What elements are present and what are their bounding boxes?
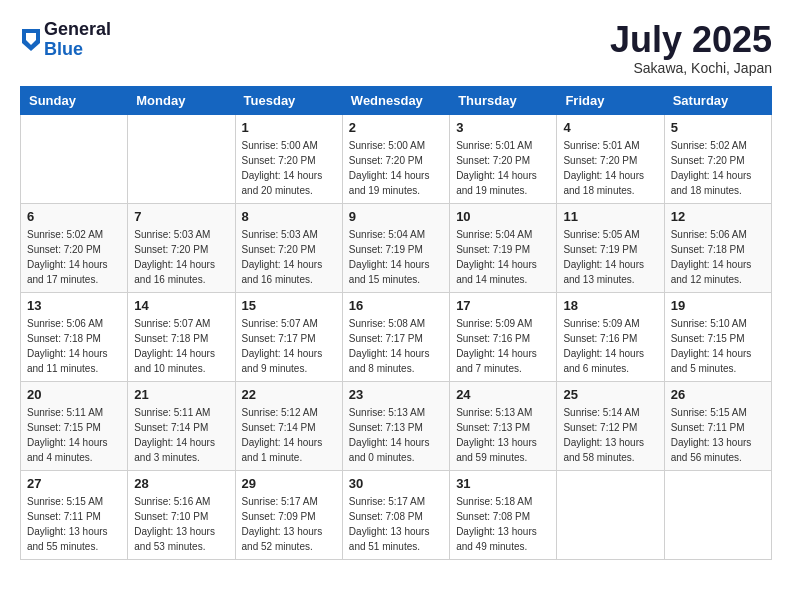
day-info: Sunrise: 5:02 AM Sunset: 7:20 PM Dayligh… bbox=[671, 138, 765, 198]
weekday-header: Saturday bbox=[664, 86, 771, 114]
calendar-cell bbox=[21, 114, 128, 203]
day-info: Sunrise: 5:09 AM Sunset: 7:16 PM Dayligh… bbox=[456, 316, 550, 376]
calendar-cell: 31Sunrise: 5:18 AM Sunset: 7:08 PM Dayli… bbox=[450, 470, 557, 559]
month-title: July 2025 bbox=[610, 20, 772, 60]
calendar-week-row: 13Sunrise: 5:06 AM Sunset: 7:18 PM Dayli… bbox=[21, 292, 772, 381]
day-number: 31 bbox=[456, 476, 550, 491]
logo-general: General bbox=[44, 20, 111, 40]
day-number: 27 bbox=[27, 476, 121, 491]
day-info: Sunrise: 5:08 AM Sunset: 7:17 PM Dayligh… bbox=[349, 316, 443, 376]
day-info: Sunrise: 5:00 AM Sunset: 7:20 PM Dayligh… bbox=[242, 138, 336, 198]
weekday-header: Tuesday bbox=[235, 86, 342, 114]
calendar-cell bbox=[557, 470, 664, 559]
day-number: 14 bbox=[134, 298, 228, 313]
day-number: 1 bbox=[242, 120, 336, 135]
title-area: July 2025 Sakawa, Kochi, Japan bbox=[610, 20, 772, 76]
day-info: Sunrise: 5:02 AM Sunset: 7:20 PM Dayligh… bbox=[27, 227, 121, 287]
day-number: 13 bbox=[27, 298, 121, 313]
day-number: 24 bbox=[456, 387, 550, 402]
day-info: Sunrise: 5:05 AM Sunset: 7:19 PM Dayligh… bbox=[563, 227, 657, 287]
day-number: 11 bbox=[563, 209, 657, 224]
day-number: 29 bbox=[242, 476, 336, 491]
calendar-cell: 18Sunrise: 5:09 AM Sunset: 7:16 PM Dayli… bbox=[557, 292, 664, 381]
calendar-cell: 7Sunrise: 5:03 AM Sunset: 7:20 PM Daylig… bbox=[128, 203, 235, 292]
day-number: 22 bbox=[242, 387, 336, 402]
day-info: Sunrise: 5:13 AM Sunset: 7:13 PM Dayligh… bbox=[456, 405, 550, 465]
calendar-week-row: 6Sunrise: 5:02 AM Sunset: 7:20 PM Daylig… bbox=[21, 203, 772, 292]
day-number: 12 bbox=[671, 209, 765, 224]
calendar-week-row: 1Sunrise: 5:00 AM Sunset: 7:20 PM Daylig… bbox=[21, 114, 772, 203]
day-number: 18 bbox=[563, 298, 657, 313]
calendar-cell: 17Sunrise: 5:09 AM Sunset: 7:16 PM Dayli… bbox=[450, 292, 557, 381]
day-info: Sunrise: 5:15 AM Sunset: 7:11 PM Dayligh… bbox=[27, 494, 121, 554]
calendar-cell: 11Sunrise: 5:05 AM Sunset: 7:19 PM Dayli… bbox=[557, 203, 664, 292]
calendar-cell: 25Sunrise: 5:14 AM Sunset: 7:12 PM Dayli… bbox=[557, 381, 664, 470]
day-number: 5 bbox=[671, 120, 765, 135]
day-number: 3 bbox=[456, 120, 550, 135]
day-info: Sunrise: 5:11 AM Sunset: 7:14 PM Dayligh… bbox=[134, 405, 228, 465]
day-info: Sunrise: 5:10 AM Sunset: 7:15 PM Dayligh… bbox=[671, 316, 765, 376]
day-info: Sunrise: 5:04 AM Sunset: 7:19 PM Dayligh… bbox=[456, 227, 550, 287]
calendar-cell: 21Sunrise: 5:11 AM Sunset: 7:14 PM Dayli… bbox=[128, 381, 235, 470]
day-number: 10 bbox=[456, 209, 550, 224]
day-info: Sunrise: 5:03 AM Sunset: 7:20 PM Dayligh… bbox=[242, 227, 336, 287]
day-number: 16 bbox=[349, 298, 443, 313]
calendar-cell: 19Sunrise: 5:10 AM Sunset: 7:15 PM Dayli… bbox=[664, 292, 771, 381]
day-number: 19 bbox=[671, 298, 765, 313]
day-info: Sunrise: 5:17 AM Sunset: 7:09 PM Dayligh… bbox=[242, 494, 336, 554]
day-info: Sunrise: 5:16 AM Sunset: 7:10 PM Dayligh… bbox=[134, 494, 228, 554]
calendar-cell bbox=[128, 114, 235, 203]
calendar-cell: 2Sunrise: 5:00 AM Sunset: 7:20 PM Daylig… bbox=[342, 114, 449, 203]
calendar-cell: 16Sunrise: 5:08 AM Sunset: 7:17 PM Dayli… bbox=[342, 292, 449, 381]
day-number: 9 bbox=[349, 209, 443, 224]
day-number: 6 bbox=[27, 209, 121, 224]
calendar-cell bbox=[664, 470, 771, 559]
day-number: 26 bbox=[671, 387, 765, 402]
calendar-cell: 24Sunrise: 5:13 AM Sunset: 7:13 PM Dayli… bbox=[450, 381, 557, 470]
day-number: 7 bbox=[134, 209, 228, 224]
day-info: Sunrise: 5:09 AM Sunset: 7:16 PM Dayligh… bbox=[563, 316, 657, 376]
day-info: Sunrise: 5:15 AM Sunset: 7:11 PM Dayligh… bbox=[671, 405, 765, 465]
weekday-header: Monday bbox=[128, 86, 235, 114]
day-info: Sunrise: 5:11 AM Sunset: 7:15 PM Dayligh… bbox=[27, 405, 121, 465]
weekday-header: Wednesday bbox=[342, 86, 449, 114]
day-info: Sunrise: 5:14 AM Sunset: 7:12 PM Dayligh… bbox=[563, 405, 657, 465]
day-info: Sunrise: 5:18 AM Sunset: 7:08 PM Dayligh… bbox=[456, 494, 550, 554]
calendar-cell: 5Sunrise: 5:02 AM Sunset: 7:20 PM Daylig… bbox=[664, 114, 771, 203]
day-info: Sunrise: 5:06 AM Sunset: 7:18 PM Dayligh… bbox=[27, 316, 121, 376]
calendar-week-row: 20Sunrise: 5:11 AM Sunset: 7:15 PM Dayli… bbox=[21, 381, 772, 470]
calendar-cell: 6Sunrise: 5:02 AM Sunset: 7:20 PM Daylig… bbox=[21, 203, 128, 292]
day-info: Sunrise: 5:07 AM Sunset: 7:17 PM Dayligh… bbox=[242, 316, 336, 376]
weekday-header: Sunday bbox=[21, 86, 128, 114]
day-info: Sunrise: 5:06 AM Sunset: 7:18 PM Dayligh… bbox=[671, 227, 765, 287]
day-number: 8 bbox=[242, 209, 336, 224]
calendar-cell: 22Sunrise: 5:12 AM Sunset: 7:14 PM Dayli… bbox=[235, 381, 342, 470]
weekday-header-row: SundayMondayTuesdayWednesdayThursdayFrid… bbox=[21, 86, 772, 114]
weekday-header: Friday bbox=[557, 86, 664, 114]
calendar-cell: 3Sunrise: 5:01 AM Sunset: 7:20 PM Daylig… bbox=[450, 114, 557, 203]
calendar-cell: 27Sunrise: 5:15 AM Sunset: 7:11 PM Dayli… bbox=[21, 470, 128, 559]
day-number: 15 bbox=[242, 298, 336, 313]
calendar-cell: 4Sunrise: 5:01 AM Sunset: 7:20 PM Daylig… bbox=[557, 114, 664, 203]
day-number: 20 bbox=[27, 387, 121, 402]
calendar-cell: 23Sunrise: 5:13 AM Sunset: 7:13 PM Dayli… bbox=[342, 381, 449, 470]
logo: General Blue bbox=[20, 20, 111, 60]
calendar-cell: 14Sunrise: 5:07 AM Sunset: 7:18 PM Dayli… bbox=[128, 292, 235, 381]
day-info: Sunrise: 5:03 AM Sunset: 7:20 PM Dayligh… bbox=[134, 227, 228, 287]
page-header: General Blue July 2025 Sakawa, Kochi, Ja… bbox=[20, 20, 772, 76]
day-info: Sunrise: 5:13 AM Sunset: 7:13 PM Dayligh… bbox=[349, 405, 443, 465]
day-number: 21 bbox=[134, 387, 228, 402]
day-number: 30 bbox=[349, 476, 443, 491]
day-info: Sunrise: 5:07 AM Sunset: 7:18 PM Dayligh… bbox=[134, 316, 228, 376]
calendar-cell: 15Sunrise: 5:07 AM Sunset: 7:17 PM Dayli… bbox=[235, 292, 342, 381]
calendar-cell: 10Sunrise: 5:04 AM Sunset: 7:19 PM Dayli… bbox=[450, 203, 557, 292]
calendar-cell: 29Sunrise: 5:17 AM Sunset: 7:09 PM Dayli… bbox=[235, 470, 342, 559]
day-info: Sunrise: 5:01 AM Sunset: 7:20 PM Dayligh… bbox=[563, 138, 657, 198]
day-info: Sunrise: 5:17 AM Sunset: 7:08 PM Dayligh… bbox=[349, 494, 443, 554]
day-info: Sunrise: 5:04 AM Sunset: 7:19 PM Dayligh… bbox=[349, 227, 443, 287]
logo-icon bbox=[22, 29, 40, 51]
calendar-cell: 28Sunrise: 5:16 AM Sunset: 7:10 PM Dayli… bbox=[128, 470, 235, 559]
calendar-cell: 26Sunrise: 5:15 AM Sunset: 7:11 PM Dayli… bbox=[664, 381, 771, 470]
weekday-header: Thursday bbox=[450, 86, 557, 114]
day-number: 17 bbox=[456, 298, 550, 313]
